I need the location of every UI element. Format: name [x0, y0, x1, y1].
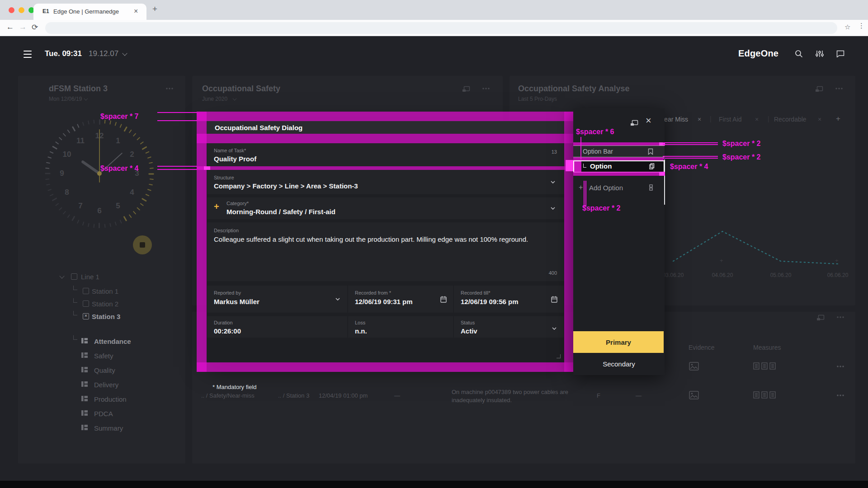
tree-item-line1[interactable]: Line 1 — [81, 273, 99, 281]
browser-menu-icon[interactable]: ⋮ — [858, 22, 865, 30]
grid-icon — [81, 410, 88, 416]
measure-doc-icon[interactable] — [761, 391, 768, 399]
checkbox-station2[interactable] — [83, 300, 89, 307]
add-chip-button[interactable]: + — [836, 114, 840, 123]
field-name-of-task[interactable]: Name of Task* Quality Proof 13 — [207, 143, 564, 166]
chip-first-aid[interactable]: First Aid — [719, 116, 742, 123]
checkbox-station1[interactable] — [83, 288, 89, 294]
grid-icon — [81, 396, 88, 401]
tree-item-station3[interactable]: Station 3 — [92, 313, 120, 320]
field-value[interactable]: 12/06/19 09:56 pm — [461, 298, 519, 305]
measure-doc-icon[interactable] — [753, 362, 760, 370]
traffic-light-minimize[interactable] — [19, 7, 24, 13]
resize-handle[interactable] — [557, 354, 561, 358]
field-reported-by[interactable]: Reported by Markus Müller — [207, 286, 347, 313]
checkbox-line1[interactable] — [71, 273, 77, 280]
section-item-pdca[interactable]: PDCA — [94, 410, 113, 418]
chip-recordable-close-icon[interactable]: × — [818, 116, 821, 123]
field-value[interactable]: Activ — [461, 327, 477, 335]
option-bar-label[interactable]: Option Bar — [583, 148, 613, 155]
chevron-down-icon[interactable] — [552, 327, 557, 330]
section-item-quality[interactable]: Quality — [94, 366, 115, 374]
field-value[interactable]: Colleague suffered a slight cut when tak… — [214, 235, 528, 243]
row-menu-icon[interactable] — [836, 394, 844, 397]
primary-button[interactable]: Primary — [573, 331, 664, 353]
stop-button[interactable] — [133, 235, 152, 254]
field-value[interactable]: 12/06/19 09:31 pm — [355, 298, 413, 305]
back-icon[interactable]: ← — [6, 23, 14, 32]
measure-doc-icon[interactable] — [769, 362, 776, 370]
panel-expand-icon[interactable] — [630, 120, 638, 126]
checkbox-station3[interactable]: ✕ — [83, 313, 89, 319]
chip-recordable[interactable]: Recordable — [774, 116, 807, 123]
tab-close-icon[interactable]: × — [134, 7, 138, 15]
section-item-delivery[interactable]: Delivery — [94, 381, 118, 389]
row-menu-icon[interactable] — [836, 365, 844, 368]
url-bar[interactable] — [45, 22, 837, 34]
option-row-selected[interactable]: Option — [573, 160, 665, 173]
measure-doc-icon[interactable] — [761, 362, 768, 370]
section-item-summary[interactable]: Summary — [94, 424, 123, 432]
search-icon[interactable] — [795, 50, 803, 58]
tree-item-station2[interactable]: Station 2 — [92, 300, 118, 308]
field-value[interactable]: Morning-Round / Safety / First-aid — [226, 208, 335, 216]
safety-card-expand-icon[interactable] — [462, 86, 470, 92]
secondary-button[interactable]: Secondary — [573, 353, 665, 375]
analyse-card-expand-icon[interactable] — [815, 86, 823, 92]
measure-doc-icon[interactable] — [753, 391, 760, 399]
bookmark-icon[interactable] — [648, 148, 653, 155]
add-option-row[interactable]: + Add Option — [573, 180, 665, 196]
records-card-expand-icon[interactable] — [816, 314, 825, 321]
add-category-icon[interactable]: + — [214, 202, 219, 212]
field-status[interactable]: Status Activ — [454, 316, 564, 338]
analyse-card-menu-icon[interactable] — [835, 87, 843, 90]
filter-sliders-icon[interactable] — [816, 50, 824, 57]
tree-item-station1[interactable]: Station 1 — [92, 287, 118, 295]
field-value[interactable]: Markus Müller — [214, 298, 259, 305]
field-category[interactable]: + Category* Morning-Round / Safety / Fir… — [207, 197, 564, 219]
section-item-safety[interactable]: Safety — [94, 352, 113, 360]
panel-scrollbar[interactable] — [664, 160, 665, 205]
copy-icon[interactable] — [649, 163, 655, 169]
option-bar-row[interactable]: Option Bar — [573, 145, 665, 157]
calendar-icon[interactable] — [551, 296, 557, 303]
station-card-menu-icon[interactable] — [165, 87, 174, 90]
field-value[interactable]: Company > Factory > Line > Area > Statio… — [214, 182, 358, 190]
calendar-icon[interactable] — [440, 296, 447, 303]
chevron-down-icon[interactable] — [551, 181, 555, 183]
field-structure[interactable]: Structure Company > Factory > Line > Are… — [207, 170, 564, 194]
add-option-label[interactable]: Add Option — [589, 184, 623, 192]
section-item-attendance[interactable]: Attendance — [94, 338, 131, 345]
chevron-down-icon[interactable] — [551, 207, 555, 210]
reload-icon[interactable]: ⟳ — [32, 23, 38, 32]
evidence-image-icon[interactable] — [689, 391, 699, 399]
grid-icon — [81, 425, 88, 430]
field-label: Reported by — [214, 290, 241, 296]
drag-handle-icon[interactable] — [649, 184, 653, 191]
evidence-image-icon[interactable] — [689, 362, 699, 371]
station-card-subtitle[interactable]: Mon 12/06/19 — [49, 96, 82, 102]
spacer-marker — [566, 160, 573, 171]
chat-icon[interactable] — [836, 50, 844, 57]
option-label[interactable]: Option — [590, 162, 612, 170]
section-item-production[interactable]: Production — [94, 395, 127, 403]
new-tab-button[interactable]: + — [152, 4, 157, 14]
browser-tab[interactable]: E1 Edge One | Germanedge × — [33, 4, 146, 20]
chip-first-aid-close-icon[interactable]: × — [755, 116, 759, 123]
field-description[interactable]: Description Colleague suffered a slight … — [207, 222, 564, 281]
chip-near-miss-close-icon[interactable]: × — [698, 116, 701, 123]
panel-close-icon[interactable]: × — [646, 115, 651, 127]
measure-doc-icon[interactable] — [769, 391, 776, 399]
header-date[interactable]: 19.12.07 — [89, 49, 118, 58]
traffic-light-close[interactable] — [9, 7, 14, 13]
records-card-menu-icon[interactable] — [836, 316, 844, 319]
bookmark-star-icon[interactable]: ☆ — [844, 23, 850, 31]
field-value[interactable]: Quality Proof — [214, 155, 256, 163]
forward-icon[interactable]: → — [19, 23, 27, 32]
menu-icon[interactable] — [24, 51, 32, 60]
safety-card-menu-icon[interactable] — [482, 87, 490, 90]
field-recorded-from[interactable]: Recorded from * 12/06/19 09:31 pm — [348, 286, 453, 313]
field-recorded-till[interactable]: Recorded till* 12/06/19 09:56 pm — [454, 286, 564, 313]
safety-card-subtitle[interactable]: June 2020 — [202, 96, 227, 102]
chevron-down-icon[interactable] — [335, 298, 340, 300]
